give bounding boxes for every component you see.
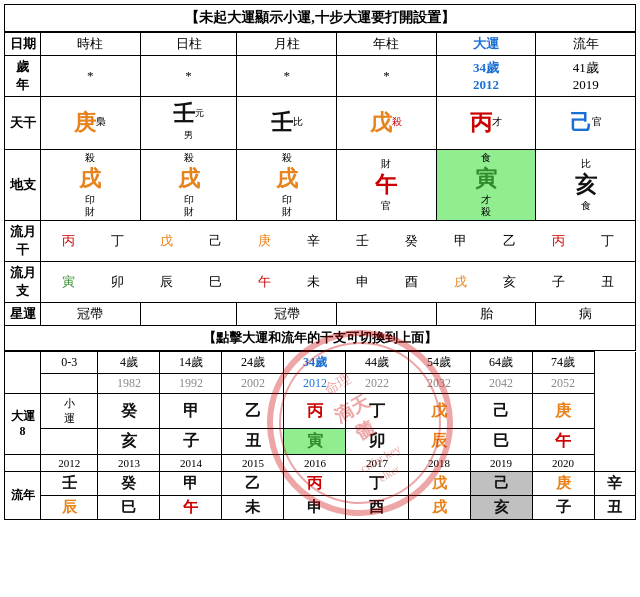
age-0-3: 0-3: [41, 352, 98, 374]
liuyear-top-2[interactable]: 癸: [98, 472, 160, 496]
dayun-gz-bot-8[interactable]: 午: [532, 429, 594, 455]
suinian-row: 歲年 * * * * 34歲2012 41歲2019: [5, 56, 636, 97]
dayun-gz-bot-3[interactable]: 丑: [222, 429, 284, 455]
tiangan-liuyear[interactable]: 己官: [536, 97, 636, 150]
dayun-gz-top-2[interactable]: 甲: [160, 394, 222, 429]
age-64: 64歲: [470, 352, 532, 374]
liuyuezhi-10: 亥: [503, 273, 516, 291]
dayun-gz-top-7[interactable]: 己: [470, 394, 532, 429]
liuyuegan-6: 辛: [307, 232, 320, 250]
liuyear-top-10[interactable]: 辛: [594, 472, 635, 496]
dizhi-rizhu: 殺 戌 印財: [140, 150, 237, 221]
liuyuezhi-9: 戌: [454, 273, 467, 291]
dayun-gz-bot-7[interactable]: 巳: [470, 429, 532, 455]
liuyuegan-cells: 丙 丁 戊 己 庚 辛 壬 癸 甲 乙 丙 丁: [41, 221, 636, 262]
dayun-row-label: 大運8: [5, 394, 41, 455]
liuyuegan-8: 癸: [405, 232, 418, 250]
bottom-section: 命理 滴天 髓 cnfer.key elker 【點擊大運和流年的干支可切換到上…: [4, 326, 636, 520]
year-2052: 2052: [532, 374, 594, 394]
dayun-gz-top-3[interactable]: 乙: [222, 394, 284, 429]
suinian-dayun[interactable]: 34歲2012: [436, 56, 536, 97]
col-yuezhu: 月柱: [237, 33, 337, 56]
liuyear-bot-5[interactable]: 申: [284, 496, 346, 520]
year-2032: 2032: [408, 374, 470, 394]
dayun-gz-top-row: 大運8 小運 癸 甲 乙 丙 丁 戊 己 庚: [5, 394, 636, 429]
dayun-gz-top-4[interactable]: 丙: [284, 394, 346, 429]
liuyear-bot-1[interactable]: 辰: [41, 496, 98, 520]
dayun-gz-bot-1[interactable]: 亥: [98, 429, 160, 455]
tiangan-dayun[interactable]: 丙才: [436, 97, 536, 150]
liuyuegan-11: 丙: [552, 232, 565, 250]
liuyear-bot-9[interactable]: 子: [532, 496, 594, 520]
suinian-nianzhu: *: [337, 56, 437, 97]
liuyuegan-12: 丁: [601, 232, 614, 250]
dayun-gz-bot-5[interactable]: 卯: [346, 429, 408, 455]
dizhi-dayun[interactable]: 食 寅 才殺: [436, 150, 536, 221]
liuyuegan-2: 丁: [111, 232, 124, 250]
age-54: 54歲: [408, 352, 470, 374]
dizhi-liuyear-bottom: 食: [537, 200, 634, 212]
liuyear-bot-8[interactable]: 亥: [470, 496, 532, 520]
dizhi-dayun-char: 寅: [438, 164, 535, 194]
liuyear-row-label: 流年: [5, 472, 41, 520]
dayun-years-label: [5, 455, 41, 472]
col-dayun: 大運: [436, 33, 536, 56]
dayun-gz-bot-4[interactable]: 寅: [284, 429, 346, 455]
dizhi-rizhu-char: 戌: [142, 164, 236, 194]
dizhi-yuezhu: 殺 戌 印財: [237, 150, 337, 221]
liuyear-top-4[interactable]: 乙: [222, 472, 284, 496]
liuyear-top-3[interactable]: 甲: [160, 472, 222, 496]
suinian-rizhu: *: [140, 56, 237, 97]
dayun-years-row: 2012 2013 2014 2015 2016 2017 2018 2019 …: [5, 455, 636, 472]
col-liuyear: 流年: [536, 33, 636, 56]
tiangan-dayun-sup: 才: [492, 116, 502, 127]
liuyuezhi-2: 卯: [111, 273, 124, 291]
col-nianzhu: 年柱: [337, 33, 437, 56]
liuyuezhi-11: 子: [552, 273, 565, 291]
liuyuegan-3: 戊: [160, 232, 173, 250]
liuyuezhi-7: 申: [356, 273, 369, 291]
dayun-gz-top-8[interactable]: 庚: [532, 394, 594, 429]
dayun-gz-bot-2[interactable]: 子: [160, 429, 222, 455]
liuyear-top-8[interactable]: 己: [470, 472, 532, 496]
liuyuezhi-label: 流月支: [5, 262, 41, 303]
liuyear-top-9[interactable]: 庚: [532, 472, 594, 496]
dizhi-shizhu-bottom: 印財: [42, 194, 139, 218]
ages-row2: 1982 1992 2002 2012 2022 2032 2042 2052: [5, 374, 636, 394]
dizhi-label: 地支: [5, 150, 41, 221]
liuyear-top-row: 流年 壬 癸 甲 乙 丙 丁 戊 己 庚 辛: [5, 472, 636, 496]
tiangan-row: 天干 庚梟 壬元男 壬比 戊殺 丙才 己官: [5, 97, 636, 150]
xingyun-shizhu: 冠帶: [41, 303, 141, 326]
dayun-year-2012: 2012: [41, 455, 98, 472]
dizhi-shizhu: 殺 戌 印財: [41, 150, 141, 221]
dayun-gz-bot-row: 亥 子 丑 寅 卯 辰 巳 午: [5, 429, 636, 455]
liuyear-top-5[interactable]: 丙: [284, 472, 346, 496]
tiangan-dayun-char: 丙: [470, 110, 492, 135]
liuyear-bot-10[interactable]: 丑: [594, 496, 635, 520]
age-4: 4歲: [98, 352, 160, 374]
liuyear-top-6[interactable]: 丁: [346, 472, 408, 496]
dayun-gz-top-5[interactable]: 丁: [346, 394, 408, 429]
tiangan-shizhu-char: 庚: [74, 110, 96, 135]
liuyuezhi-5: 午: [258, 273, 271, 291]
dayun-gz-top-1[interactable]: 癸: [98, 394, 160, 429]
dayun-gz-bot-6[interactable]: 辰: [408, 429, 470, 455]
liuyear-bot-3[interactable]: 午: [160, 496, 222, 520]
liuyear-top-7[interactable]: 戊: [408, 472, 470, 496]
liuyuezhi-3: 辰: [160, 273, 173, 291]
bottom-table: 0-3 4歲 14歲 24歲 34歲 44歲 54歲 64歲 74歲 1982 …: [4, 351, 636, 520]
liuyear-bot-4[interactable]: 未: [222, 496, 284, 520]
xingyun-liuyear: 病: [536, 303, 636, 326]
year-1982: 1982: [98, 374, 160, 394]
tiangan-label: 天干: [5, 97, 41, 150]
dayun-gz-top-6[interactable]: 戊: [408, 394, 470, 429]
year-2042: 2042: [470, 374, 532, 394]
liuyuegan-5: 庚: [258, 232, 271, 250]
liuyear-bot-6[interactable]: 酉: [346, 496, 408, 520]
year-2012: 2012: [284, 374, 346, 394]
liuyear-bot-7[interactable]: 戌: [408, 496, 470, 520]
liuyear-bot-2[interactable]: 巳: [98, 496, 160, 520]
dayun-year-2017: 2017: [346, 455, 408, 472]
liuyear-top-1[interactable]: 壬: [41, 472, 98, 496]
dizhi-liuyear[interactable]: 比 亥 食: [536, 150, 636, 221]
